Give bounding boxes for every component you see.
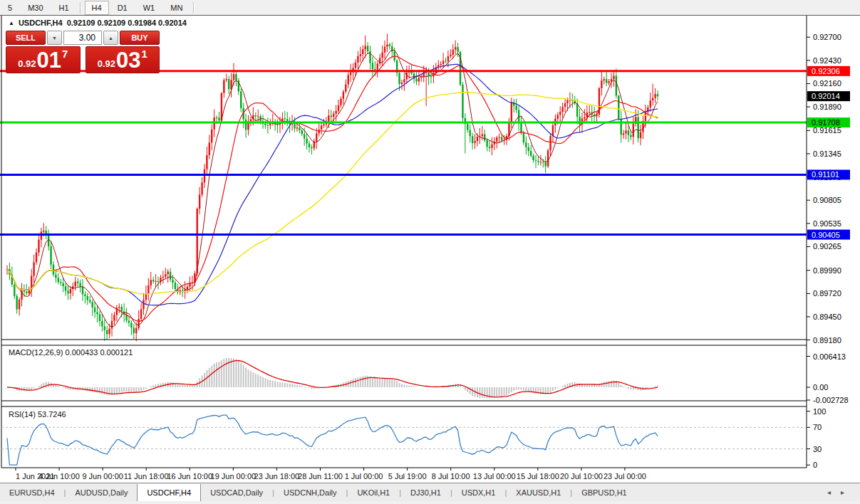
volume-input[interactable] <box>63 31 102 45</box>
svg-text:16 Jun 10:00: 16 Jun 10:00 <box>167 472 212 481</box>
svg-text:0.90405: 0.90405 <box>812 231 840 239</box>
svg-text:19 Jun 00:00: 19 Jun 00:00 <box>211 472 257 481</box>
svg-text:0.90805: 0.90805 <box>813 196 841 204</box>
svg-text:28 Jun 11:00: 28 Jun 11:00 <box>298 472 343 481</box>
svg-text:0.91345: 0.91345 <box>813 149 841 158</box>
svg-text:30: 30 <box>813 445 822 453</box>
svg-text:0.89450: 0.89450 <box>813 313 841 321</box>
svg-text:0.90535: 0.90535 <box>813 219 841 228</box>
buy-price-prefix: 0.92 <box>98 58 115 69</box>
svg-text:13 Jul 00:00: 13 Jul 00:00 <box>473 472 516 481</box>
tab-gbpusd-h1[interactable]: GBPUSD,H1 <box>572 483 636 501</box>
tabs-scroll-right-icon[interactable]: ▸ <box>841 488 844 496</box>
tab-usdx-h1[interactable]: USDX,H1 <box>452 483 505 501</box>
svg-text:0.92430: 0.92430 <box>813 56 841 65</box>
svg-text:1 Jul 00:00: 1 Jul 00:00 <box>345 472 383 481</box>
timeframe-mn[interactable]: MN <box>163 1 190 15</box>
timeframe-5[interactable]: 5 <box>1 1 19 15</box>
chart-tab-bar: EURUSD,H4|AUDUSD,DailyUSDCHF,H4USDCAD,Da… <box>0 483 860 502</box>
toolbar-separator <box>193 2 195 14</box>
svg-text:15 Jul 18:00: 15 Jul 18:00 <box>517 472 559 481</box>
volume-decrease-button[interactable]: ▼ <box>47 31 62 45</box>
tabs-scroll-left-icon[interactable]: ◂ <box>827 488 831 496</box>
svg-text:23 Jul 00:00: 23 Jul 00:00 <box>603 472 646 481</box>
symbol-label: USDCHF,H4 <box>19 19 63 27</box>
chart-area: 0.927000.924300.921600.918900.916150.913… <box>0 16 860 483</box>
svg-text:4 Jun 10:00: 4 Jun 10:00 <box>38 472 80 481</box>
buy-price-tile[interactable]: 0.92 03 1 <box>86 46 160 73</box>
svg-text:0.89180: 0.89180 <box>813 336 841 345</box>
svg-text:0.89990: 0.89990 <box>813 266 841 275</box>
candlestick-series <box>6 33 658 341</box>
svg-text:20 Jul 10:00: 20 Jul 10:00 <box>560 472 603 481</box>
chart-title: ▲ USDCHF,H4 0.92109 0.92109 0.91984 0.92… <box>9 19 187 27</box>
ma-40-line <box>7 64 658 305</box>
svg-text:0.91101: 0.91101 <box>812 170 839 179</box>
ohlc-values: 0.92109 0.92109 0.91984 0.92014 <box>67 19 187 27</box>
svg-text:100: 100 <box>813 407 826 416</box>
svg-text:0.91890: 0.91890 <box>813 103 841 111</box>
svg-text:0.006413: 0.006413 <box>813 352 846 361</box>
buy-price-pip: 1 <box>141 48 147 60</box>
svg-text:0.92306: 0.92306 <box>812 67 840 75</box>
svg-text:11 Jun 18:00: 11 Jun 18:00 <box>124 472 169 481</box>
svg-text:0.92700: 0.92700 <box>813 33 841 41</box>
tab-usdcnh-daily[interactable]: USDCNH,Daily <box>274 483 346 501</box>
svg-text:5 Jul 19:00: 5 Jul 19:00 <box>388 472 427 481</box>
svg-text:0: 0 <box>813 461 817 469</box>
svg-text:8 Jul 10:00: 8 Jul 10:00 <box>432 472 470 481</box>
svg-text:0.00: 0.00 <box>813 383 828 392</box>
tab-ukoil-h1[interactable]: UKOil,H1 <box>348 483 399 501</box>
timeframe-toolbar: 5M30H1H4D1W1MN <box>0 0 860 16</box>
timeframe-m30[interactable]: M30 <box>21 1 50 15</box>
buy-price-big: 03 <box>116 50 140 71</box>
sell-price-pip: 7 <box>62 48 68 60</box>
svg-text:0.90265: 0.90265 <box>813 242 841 251</box>
sell-price-tile[interactable]: 0.92 01 7 <box>6 46 81 73</box>
toolbar-separator <box>80 2 81 14</box>
timeframe-h1[interactable]: H1 <box>52 1 76 15</box>
rsi-line <box>7 415 658 465</box>
svg-text:-0.002728: -0.002728 <box>813 396 849 404</box>
time-axis[interactable]: 1 Jun 20214 Jun 10:009 Jun 00:0011 Jun 1… <box>16 468 646 481</box>
tab-usdcad-daily[interactable]: USDCAD,Daily <box>201 483 272 501</box>
svg-text:23 Jun 18:00: 23 Jun 18:00 <box>254 472 300 481</box>
svg-text:0.91615: 0.91615 <box>813 126 841 135</box>
timeframe-w1[interactable]: W1 <box>136 1 162 15</box>
tab-xauusd-h1[interactable]: XAUUSD,H1 <box>507 483 570 501</box>
svg-text:9 Jun 00:00: 9 Jun 00:00 <box>82 472 123 481</box>
chart-canvas[interactable]: 0.927000.924300.921600.918900.916150.913… <box>0 16 860 483</box>
tab-dj30-h1[interactable]: DJ30,H1 <box>401 483 450 501</box>
macd-histogram <box>11 358 658 399</box>
svg-text:0.91708: 0.91708 <box>812 118 840 127</box>
timeframe-h4[interactable]: H4 <box>85 1 109 15</box>
sell-price-prefix: 0.92 <box>18 58 36 69</box>
mt4-window: 5M30H1H4D1W1MN 0.927000.924300.921600.91… <box>0 0 860 504</box>
buy-button[interactable]: BUY <box>120 31 160 45</box>
sell-price-big: 01 <box>36 50 61 71</box>
tab-audusd-daily[interactable]: AUDUSD,Daily <box>66 483 137 501</box>
tab-eurusd-h4[interactable]: EURUSD,H4 <box>0 483 64 501</box>
timeframe-d1[interactable]: D1 <box>110 1 135 15</box>
svg-text:0.89720: 0.89720 <box>813 289 841 298</box>
tab-usdchf-h4[interactable]: USDCHF,H4 <box>137 484 201 501</box>
svg-text:0.92160: 0.92160 <box>813 79 841 88</box>
price-axis[interactable]: 0.927000.924300.921600.918900.916150.913… <box>807 33 850 469</box>
horizontal-level-lines[interactable] <box>0 71 807 235</box>
svg-text:70: 70 <box>813 423 822 431</box>
rsi-label: RSI(14) 53.7246 <box>9 410 66 419</box>
collapse-panel-icon[interactable]: ▲ <box>9 20 14 26</box>
macd-label: MACD(12,26,9) 0.000433 0.000121 <box>9 348 133 357</box>
status-strip <box>0 501 860 504</box>
sell-button[interactable]: SELL <box>6 31 46 45</box>
volume-increase-button[interactable]: ▲ <box>103 31 118 45</box>
svg-text:0.92014: 0.92014 <box>812 92 840 100</box>
one-click-trade-panel: SELL ▼ ▲ BUY 0.92 01 7 0.92 03 1 <box>6 31 160 73</box>
